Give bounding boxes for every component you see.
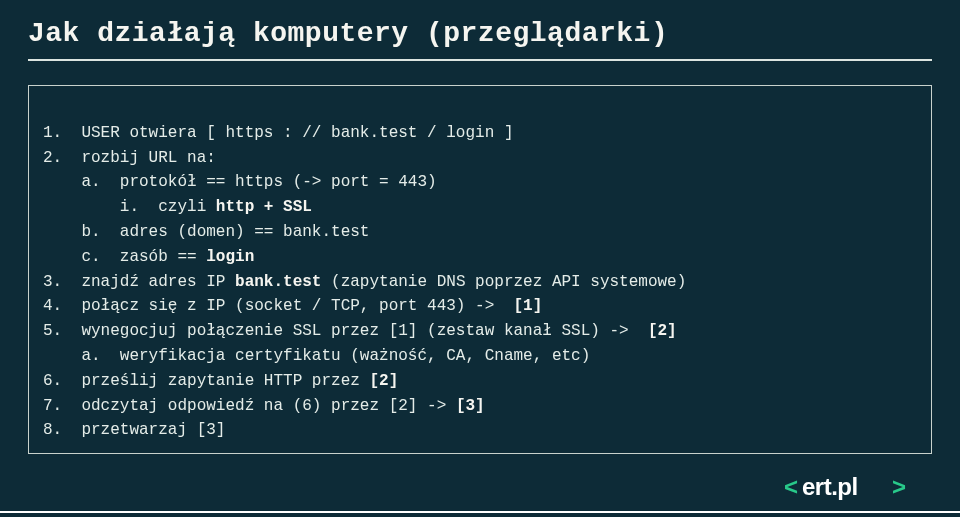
- line-1: 1. USER otwiera [ https : // bank.test /…: [43, 124, 513, 142]
- line-4b-pre: c. zasób ==: [43, 248, 206, 266]
- title-divider: [28, 59, 932, 61]
- line-10-bold: [3]: [456, 397, 485, 415]
- line-4b: c. zasób == login: [43, 248, 254, 266]
- logo-text: ert.pl: [802, 473, 858, 500]
- cert-pl-logo: < ert.pl >: [784, 473, 924, 503]
- line-6: 4. połącz się z IP (socket / TCP, port 4…: [43, 297, 542, 315]
- line-10: 7. odczytaj odpowiedź na (6) przez [2] -…: [43, 397, 485, 415]
- line-5: 3. znajdź adres IP bank.test (zapytanie …: [43, 273, 686, 291]
- content-box: 1. USER otwiera [ https : // bank.test /…: [28, 85, 932, 454]
- line-4b-bold: login: [206, 248, 254, 266]
- logo-svg: < ert.pl >: [784, 473, 924, 503]
- line-6-bold: [1]: [513, 297, 542, 315]
- line-9: 6. prześlij zapytanie HTTP przez [2]: [43, 372, 398, 390]
- line-9-pre: 6. prześlij zapytanie HTTP przez: [43, 372, 369, 390]
- logo-angle-close: >: [892, 473, 906, 500]
- slide-title: Jak działają komputery (przeglądarki): [28, 18, 932, 59]
- line-7: 5. wynegocjuj połączenie SSL przez [1] (…: [43, 322, 677, 340]
- line-4a: b. adres (domen) == bank.test: [43, 223, 369, 241]
- line-5-bold: bank.test: [235, 273, 321, 291]
- logo-angle-open: <: [784, 473, 798, 500]
- line-3a: a. protokół == https (-> port = 443): [43, 173, 437, 191]
- line-7-bold: [2]: [648, 322, 677, 340]
- line-5-post: (zapytanie DNS poprzez API systemowe): [321, 273, 686, 291]
- line-6-pre: 4. połącz się z IP (socket / TCP, port 4…: [43, 297, 513, 315]
- line-10-pre: 7. odczytaj odpowiedź na (6) przez [2] -…: [43, 397, 456, 415]
- line-2: 2. rozbij URL na:: [43, 149, 216, 167]
- line-11: 8. przetwarzaj [3]: [43, 421, 225, 439]
- line-3b: i. czyli http + SSL: [43, 198, 312, 216]
- footer-divider: [0, 511, 960, 513]
- line-9-bold: [2]: [369, 372, 398, 390]
- line-8: a. weryfikacja certyfikatu (ważność, CA,…: [43, 347, 590, 365]
- line-3b-pre: i. czyli: [43, 198, 216, 216]
- line-3b-bold: http + SSL: [216, 198, 312, 216]
- line-7-pre: 5. wynegocjuj połączenie SSL przez [1] (…: [43, 322, 648, 340]
- line-5-pre: 3. znajdź adres IP: [43, 273, 235, 291]
